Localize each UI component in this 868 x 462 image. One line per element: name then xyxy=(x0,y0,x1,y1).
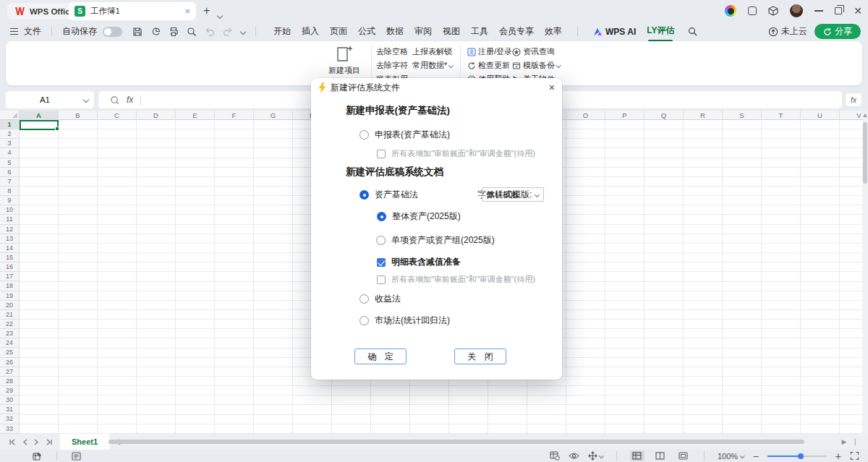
row-header[interactable]: 10 xyxy=(0,205,19,215)
fullscreen-icon[interactable] xyxy=(850,451,859,461)
radio-declare-table-label[interactable]: 申报表(资产基础法) xyxy=(375,129,450,141)
scroll-right-arrow-icon[interactable]: ▶ xyxy=(842,438,847,445)
zoom-out-button[interactable]: − xyxy=(753,451,759,461)
row-header[interactable]: 32 xyxy=(0,414,19,424)
name-box[interactable]: A1 xyxy=(6,91,94,108)
row-header[interactable]: 23 xyxy=(0,329,19,338)
insert-function-search-icon[interactable] xyxy=(110,95,119,105)
vertical-scrollbar[interactable] xyxy=(862,111,868,434)
page-layout-view-button[interactable] xyxy=(653,450,668,461)
first-sheet-icon[interactable] xyxy=(9,439,16,445)
info-query-button[interactable]: 资讯查询 xyxy=(512,45,561,59)
undo-icon[interactable] xyxy=(205,27,215,37)
user-avatar[interactable] xyxy=(790,4,803,17)
normal-view-button[interactable] xyxy=(630,450,644,461)
column-header[interactable]: Q xyxy=(644,111,684,120)
row-header[interactable]: 14 xyxy=(0,244,19,253)
tab-tools[interactable]: 工具 xyxy=(471,25,488,38)
row-header[interactable]: 13 xyxy=(0,234,19,244)
column-header[interactable]: S xyxy=(723,111,762,120)
tab-close-icon[interactable]: × xyxy=(184,6,190,17)
radio-whole-asset[interactable] xyxy=(377,212,386,221)
checkbox-add-audit-columns-1[interactable] xyxy=(377,150,386,158)
row-header[interactable]: 28 xyxy=(0,377,19,386)
workspace-icon[interactable] xyxy=(748,7,757,15)
export-pdf-icon[interactable] xyxy=(150,27,161,37)
column-header[interactable]: B xyxy=(59,111,98,120)
select-all-corner[interactable] xyxy=(0,111,20,120)
checkbox-add-audit-columns-2-label[interactable]: 所有表增加"审前账面"和"审调金额"(待用) xyxy=(391,274,535,285)
row-header[interactable]: 18 xyxy=(0,281,19,291)
column-header[interactable]: V xyxy=(840,111,862,120)
radio-income-method-label[interactable]: 收益法 xyxy=(375,293,401,305)
column-header[interactable]: E xyxy=(176,111,215,120)
zoom-level-dropdown[interactable]: 100% xyxy=(718,452,744,461)
radio-market-method-label[interactable]: 市场法(统计回归法) xyxy=(375,315,450,327)
column-header[interactable]: U xyxy=(801,111,840,120)
active-cell-selection[interactable] xyxy=(20,120,59,130)
checkbox-detail-impairment[interactable] xyxy=(377,258,386,267)
row-header[interactable]: 27 xyxy=(0,367,19,377)
column-header[interactable]: G xyxy=(254,111,293,120)
dialog-titlebar[interactable]: 新建评估系统文件 × xyxy=(311,78,562,97)
column-header[interactable]: R xyxy=(684,111,723,120)
row-header[interactable]: 17 xyxy=(0,272,19,281)
new-tab-button[interactable]: + xyxy=(203,4,210,17)
row-header[interactable]: 9 xyxy=(0,196,19,205)
close-button[interactable]: 关 闭 xyxy=(454,348,506,364)
row-header[interactable]: 30 xyxy=(0,395,19,405)
row-header[interactable]: 1 xyxy=(0,120,19,129)
radio-single-asset-label[interactable]: 单项资产或资产组(2025版) xyxy=(391,234,495,247)
radio-asset-basis-label[interactable]: 资产基础法 xyxy=(375,189,418,201)
checkbox-add-audit-columns-1-label[interactable]: 所有表增加"审前账面"和"审调金额"(待用) xyxy=(391,148,535,159)
column-header[interactable]: P xyxy=(605,111,644,120)
radio-declare-table[interactable] xyxy=(359,130,369,140)
column-header[interactable]: F xyxy=(215,111,254,120)
zoom-slider-knob[interactable] xyxy=(798,453,804,459)
column-header[interactable]: T xyxy=(762,111,801,120)
row-header[interactable]: 4 xyxy=(0,148,19,158)
row-header[interactable]: 19 xyxy=(0,291,19,301)
remove-chars-button[interactable]: 去除字符 xyxy=(376,59,408,72)
checkbox-add-audit-columns-2[interactable] xyxy=(377,275,386,284)
row-header[interactable]: 3 xyxy=(0,139,19,148)
checkbox-detail-impairment-label[interactable]: 明细表含减值准备 xyxy=(391,256,461,268)
row-header[interactable]: 21 xyxy=(0,310,19,320)
hamburger-menu-icon[interactable] xyxy=(10,28,18,35)
tab-home[interactable]: 开始 xyxy=(273,25,291,38)
row-header[interactable]: 16 xyxy=(0,262,19,272)
tab-page[interactable]: 页面 xyxy=(330,25,347,38)
zoom-in-button[interactable]: + xyxy=(835,451,841,461)
tab-data[interactable]: 数据 xyxy=(386,25,404,38)
remove-spaces-button[interactable]: 去除空格 xyxy=(376,45,408,59)
save-icon[interactable] xyxy=(132,27,142,37)
hand-tool-dropdown[interactable] xyxy=(588,451,603,461)
row-header[interactable]: 26 xyxy=(0,358,19,367)
zoom-slider[interactable] xyxy=(767,455,827,457)
scroll-up-arrow-icon[interactable] xyxy=(863,114,867,117)
radio-market-method[interactable] xyxy=(359,316,369,325)
restore-button[interactable] xyxy=(835,7,842,14)
report-unlock-button[interactable]: 上报表解锁 xyxy=(412,45,453,59)
fx-icon[interactable]: fx xyxy=(127,95,133,105)
tab-formula[interactable]: 公式 xyxy=(358,25,375,38)
redo-icon[interactable] xyxy=(223,27,233,37)
font-template-select[interactable]: 默认模版 xyxy=(482,187,544,202)
formula-bar-expand-icon[interactable]: fx xyxy=(845,93,862,107)
row-header[interactable]: 24 xyxy=(0,338,19,348)
row-header[interactable]: 8 xyxy=(0,187,19,196)
row-header[interactable]: 31 xyxy=(0,405,19,414)
prev-sheet-icon[interactable] xyxy=(22,439,27,445)
tab-member[interactable]: 会员专享 xyxy=(499,25,534,38)
eye-protect-icon[interactable] xyxy=(569,452,579,460)
column-header[interactable]: O xyxy=(566,111,605,120)
tab-review[interactable]: 审阅 xyxy=(414,25,432,38)
column-header[interactable]: A xyxy=(20,111,59,120)
cloud-sync-status[interactable]: 未上云 xyxy=(768,25,807,38)
vertical-scroll-thumb[interactable] xyxy=(863,122,867,184)
table-tools-icon[interactable] xyxy=(33,452,42,461)
tab-wps-ai[interactable]: WPS AI xyxy=(593,27,636,37)
common-data-dropdown[interactable]: 常用数据* xyxy=(412,59,453,72)
search-icon[interactable] xyxy=(688,27,697,36)
row-header[interactable]: 29 xyxy=(0,386,19,395)
